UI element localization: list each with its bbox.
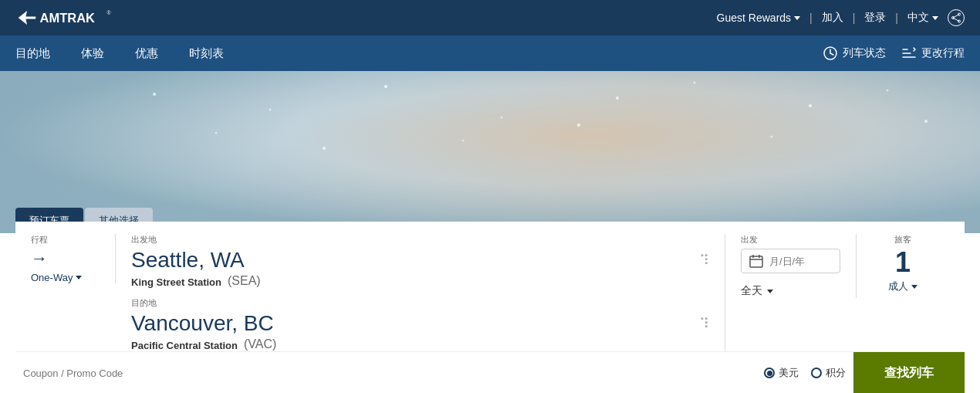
divider-3: | — [895, 12, 898, 24]
one-way-chevron-icon — [76, 276, 82, 280]
clear-dest-icon[interactable]: ⠹ — [699, 315, 709, 332]
top-bar-actions: Guest Rewards | 加入 | 登录 | 中文 — [717, 9, 965, 26]
usd-label: 美元 — [779, 366, 799, 380]
passenger-count: 1 — [872, 249, 934, 276]
passengers-section: 旅客 1 成人 — [857, 234, 949, 293]
time-selector[interactable]: 全天 — [741, 284, 840, 298]
calendar-icon — [749, 254, 763, 268]
nav-destinations[interactable]: 目的地 — [15, 46, 50, 61]
usd-option[interactable]: 美元 — [764, 366, 799, 380]
nav-experience[interactable]: 体验 — [81, 46, 104, 61]
origin-dest-section: 出发地 Seattle, WA King Street Station (SEA… — [116, 234, 725, 351]
divider-2: | — [853, 12, 856, 24]
date-section: 出发 全天 — [725, 234, 857, 298]
origin-wrapper: Seattle, WA King Street Station (SEA) ⠹ — [131, 249, 709, 288]
clear-origin-icon[interactable]: ⠹ — [699, 252, 709, 269]
passenger-type-selector[interactable]: 成人 — [872, 280, 934, 293]
passengers-label: 旅客 — [872, 234, 934, 246]
arrow-icon: → — [31, 249, 100, 269]
hero-booking-section: 预订车票 其他选择 行程 → One-Way 出发地 Seattle, WA K… — [0, 71, 980, 393]
svg-line-6 — [953, 18, 959, 22]
one-way-label: One-Way — [31, 272, 73, 283]
search-button-label: 查找列车 — [884, 366, 934, 379]
svg-rect-23 — [750, 256, 762, 267]
passenger-type-chevron-icon — [911, 285, 917, 289]
origin-station: King Street Station — [131, 276, 221, 288]
usd-radio-icon — [764, 368, 775, 378]
trip-label: 行程 — [31, 234, 100, 246]
promo-input[interactable] — [15, 368, 764, 379]
divider-1: | — [809, 12, 813, 24]
usd-radio-dot — [767, 371, 772, 376]
guest-rewards-label: Guest Rewards — [717, 12, 791, 24]
logo[interactable]: AMTRAK ® — [15, 6, 120, 29]
trip-type-section: 行程 → One-Way — [31, 234, 116, 283]
date-label: 出发 — [741, 234, 840, 246]
top-navigation: AMTRAK ® Guest Rewards | 加入 | 登录 | 中文 — [0, 0, 980, 36]
one-way-selector[interactable]: One-Way — [31, 272, 100, 283]
dest-wrapper: Vancouver, BC Pacific Central Station (V… — [131, 312, 709, 351]
train-status-link[interactable]: 列车状态 — [823, 46, 886, 61]
bottom-bar: 美元 积分 查找列车 — [15, 351, 965, 393]
svg-text:AMTRAK: AMTRAK — [40, 11, 96, 25]
date-input[interactable] — [769, 256, 831, 267]
guest-rewards-chevron-icon — [794, 16, 800, 20]
secondary-nav-actions: 列车状态 更改行程 — [823, 46, 965, 61]
nav-schedules[interactable]: 时刻表 — [189, 46, 224, 61]
login-link[interactable]: 登录 — [864, 11, 886, 25]
dest-label: 目的地 — [131, 297, 709, 309]
search-form: 行程 → One-Way 出发地 Seattle, WA King Street… — [15, 222, 965, 351]
svg-line-5 — [953, 15, 959, 19]
origin-city[interactable]: Seattle, WA — [131, 249, 709, 273]
points-label: 积分 — [826, 366, 846, 380]
language-chevron-icon — [932, 16, 938, 20]
passenger-type-label: 成人 — [888, 280, 908, 293]
language-selector[interactable]: 中文 — [907, 11, 938, 25]
search-button[interactable]: 查找列车 — [853, 352, 965, 394]
origin-code: (SEA) — [228, 274, 261, 288]
time-value: 全天 — [741, 284, 762, 298]
date-field[interactable] — [741, 249, 840, 273]
share-icon[interactable] — [948, 9, 965, 26]
guest-rewards-menu[interactable]: Guest Rewards — [717, 12, 800, 24]
origin-label: 出发地 — [131, 234, 709, 246]
points-option[interactable]: 积分 — [811, 366, 846, 380]
secondary-navigation: 目的地 体验 优惠 时刻表 列车状态 更改行程 — [0, 36, 980, 71]
join-link[interactable]: 加入 — [822, 11, 843, 25]
time-chevron-icon — [767, 290, 773, 293]
train-status-label: 列车状态 — [843, 46, 886, 60]
language-label: 中文 — [907, 11, 929, 25]
change-trip-label: 更改行程 — [921, 46, 965, 60]
nav-deals[interactable]: 优惠 — [135, 46, 158, 61]
dest-city[interactable]: Vancouver, BC — [131, 312, 709, 336]
change-trip-link[interactable]: 更改行程 — [901, 46, 965, 60]
currency-options: 美元 积分 — [764, 366, 846, 380]
points-radio-icon — [811, 368, 822, 378]
dest-code: (VAC) — [244, 337, 276, 351]
main-nav-items: 目的地 体验 优惠 时刻表 — [15, 46, 224, 61]
dest-station: Pacific Central Station — [131, 340, 238, 351]
svg-text:®: ® — [107, 10, 111, 15]
